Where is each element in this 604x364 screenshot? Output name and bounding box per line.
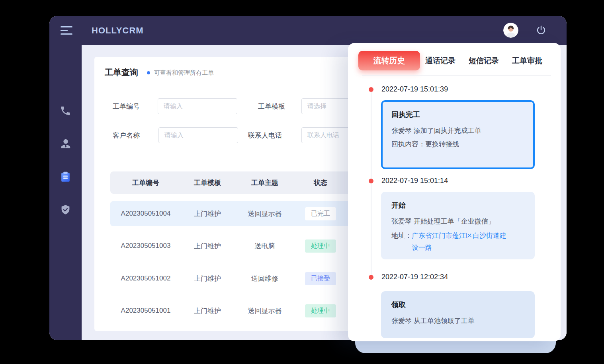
timeline-card-line: 张爱琴 添加了回执并完成工单 — [391, 124, 524, 138]
timeline-card-title: 回执完工 — [391, 110, 524, 119]
timeline-timestamp: 2022-07-19 12:02:34 — [381, 273, 448, 281]
timeline-card-title: 领取 — [391, 300, 524, 309]
col-header-subject: 工单主题 — [234, 178, 296, 187]
cell-order-id: A202305051001 — [110, 307, 181, 315]
customer-name-input[interactable] — [158, 127, 238, 143]
sidebar-item-calls[interactable] — [59, 105, 72, 117]
screenshot-stage: HOLLYCRM — [0, 0, 604, 364]
timeline-entry-time: 2022-07-19 12:02:34 — [369, 273, 448, 281]
cell-subject: 送回显示器 — [234, 209, 296, 218]
timeline-timestamp: 2022-07-19 15:01:14 — [381, 177, 448, 185]
timeline-card-line: 张爱琴 从工单池领取了工单 — [391, 314, 524, 328]
page-header: 工单查询 可查看和管理所有工单 — [105, 67, 214, 78]
cell-template: 上门维护 — [181, 274, 234, 283]
cell-order-id: A202305051004 — [110, 210, 181, 218]
tab-sms-records[interactable]: 短信记录 — [469, 56, 499, 66]
contact-icon — [60, 138, 72, 151]
timeline-line — [371, 91, 371, 279]
timeline-card-title: 开始 — [391, 200, 524, 210]
cell-subject: 送电脑 — [234, 241, 296, 251]
cell-order-id: A202305051003 — [110, 242, 181, 250]
timeline-entry-time: 2022-07-19 15:01:39 — [369, 85, 448, 93]
page-title: 工单查询 — [105, 67, 138, 78]
workorder-clipboard-icon — [59, 171, 72, 185]
cell-order-id: A202305051002 — [110, 274, 181, 282]
field-label-customer: 客户名称 — [113, 131, 140, 140]
cell-template: 上门维护 — [181, 306, 234, 315]
status-badge: 处理中 — [305, 239, 336, 253]
timeline-dot-icon — [369, 275, 373, 280]
timeline-card-claimed[interactable]: 领取 张爱琴 从工单池领取了工单 — [381, 291, 535, 338]
page-subtitle: 可查看和管理所有工单 — [154, 69, 214, 77]
timeline-entry-time: 2022-07-19 15:01:14 — [369, 177, 448, 185]
status-badge: 处理中 — [305, 304, 336, 317]
sidebar-item-workorders[interactable] — [59, 171, 72, 183]
sidebar-item-security[interactable] — [59, 204, 72, 216]
sidebar-item-contacts[interactable] — [59, 138, 72, 150]
field-label-template: 工单模板 — [258, 102, 285, 111]
status-badge: 已接受 — [305, 272, 336, 285]
power-icon[interactable] — [536, 25, 547, 36]
field-label-contact-phone: 联系人电话 — [248, 131, 282, 140]
timeline-dot-icon — [369, 87, 373, 92]
title-dot-icon — [147, 71, 150, 74]
timeline-address-row: 地址： 广东省江门市蓬江区白沙街道建设一路 — [391, 230, 524, 254]
tab-workorder-approval[interactable]: 工单审批 — [512, 56, 542, 66]
panel-tabs: 流转历史 通话记录 短信记录 工单审批 — [358, 51, 553, 70]
col-header-status: 状态 — [296, 178, 345, 187]
menu-icon[interactable] — [61, 26, 73, 35]
cell-subject: 送回维修 — [234, 274, 296, 283]
status-badge: 已完工 — [305, 207, 336, 220]
timeline-card-start[interactable]: 开始 张爱琴 开始处理工单「企业微信」 地址： 广东省江门市蓬江区白沙街道建设一… — [381, 192, 535, 259]
timeline-timestamp: 2022-07-19 15:01:39 — [381, 85, 448, 93]
timeline-card-line: 张爱琴 开始处理工单「企业微信」 — [391, 215, 524, 228]
cell-template: 上门维护 — [181, 241, 234, 251]
address-label: 地址： — [391, 230, 412, 254]
timeline-card-completed[interactable]: 回执完工 张爱琴 添加了回执并完成工单 回执内容：更换转接线 — [381, 100, 535, 169]
top-bar: HOLLYCRM — [49, 16, 567, 45]
tab-call-records[interactable]: 通话记录 — [425, 56, 455, 66]
tabs-divider — [362, 75, 551, 76]
avatar[interactable] — [503, 23, 518, 38]
col-header-order-id: 工单编号 — [110, 178, 181, 187]
security-shield-icon — [60, 204, 71, 217]
tab-transfer-history[interactable]: 流转历史 — [358, 51, 420, 70]
timeline-dot-icon — [369, 179, 373, 183]
history-panel: 流转历史 通话记录 短信记录 工单审批 2022-07-19 15:01:39 … — [348, 43, 561, 341]
timeline-card-line: 回执内容：更换转接线 — [391, 138, 524, 151]
order-id-input[interactable] — [158, 98, 237, 114]
col-header-template: 工单模板 — [181, 178, 234, 187]
sidebar-nav — [49, 45, 82, 340]
phone-icon — [60, 105, 71, 118]
cell-subject: 送回显示器 — [234, 306, 296, 315]
field-label-order-id: 工单编号 — [113, 102, 140, 111]
app-logo: HOLLYCRM — [92, 25, 144, 36]
cell-template: 上门维护 — [181, 209, 234, 218]
address-link[interactable]: 广东省江门市蓬江区白沙街道建设一路 — [412, 230, 507, 254]
